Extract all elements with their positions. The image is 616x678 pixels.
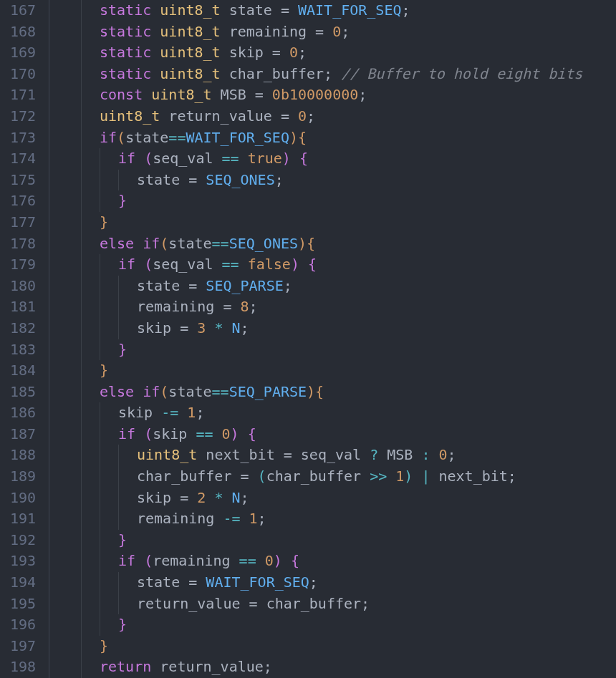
code-line[interactable]: } [62,190,582,212]
token-brkt2: ) [282,150,291,167]
line-number: 189 [7,466,36,488]
code-line[interactable]: static uint8_t skip = 0; [62,42,582,64]
code-line[interactable]: } [62,360,582,382]
code-line[interactable]: } [62,212,582,233]
code-line[interactable]: if (skip == 0) { [62,424,582,445]
token-brkt: ) [289,129,298,146]
token-txt: = [231,468,257,485]
code-line[interactable]: static uint8_t remaining = 0; [62,21,582,43]
token-brkt2: ( [144,150,153,167]
token-brkt: } [100,637,108,654]
code-editor[interactable]: 1671681691701711721731741751761771781791… [0,0,616,678]
code-line[interactable]: skip = 3 * N; [62,318,582,339]
token-cyan: | [421,468,430,485]
code-line[interactable]: else if(state==SEQ_ONES){ [62,233,582,255]
line-number: 195 [7,594,36,615]
token-txt: state [137,573,180,591]
line-number: 178 [7,233,36,255]
token-type: uint8_t [160,44,220,61]
token-num: 2 [197,489,206,506]
code-line[interactable]: if (seq_val == false) { [62,254,582,276]
code-line[interactable]: skip -= 1; [62,402,582,424]
line-number: 185 [7,382,36,403]
code-line[interactable]: if (remaining == 0) { [62,551,582,572]
token-brkt2: ( [144,256,153,273]
token-txt: char_buffer [266,468,361,485]
token-txt: = [307,23,332,40]
token-num: 0 [289,44,298,61]
token-cyan: == [212,235,229,252]
line-number: 174 [7,148,36,170]
token-txt: ; [264,658,272,675]
code-line[interactable]: uint8_t return_value = 0; [62,106,582,127]
token-txt: skip [118,404,153,421]
token-const: SEQ_PARSE [206,277,283,294]
code-line[interactable]: char_buffer = (char_buffer >> 1) | next_… [62,466,582,488]
token-cyan: == [222,150,239,167]
token-brkt2: } [118,531,127,548]
token-brkt2: ) [274,552,282,569]
code-line[interactable]: else if(state==SEQ_PARSE){ [62,382,582,403]
token-txt [214,510,223,527]
token-num: 0 [439,446,448,463]
token-txt [143,86,151,103]
token-kw: if [143,235,160,252]
code-area[interactable]: static uint8_t state = WAIT_FOR_SEQ;stat… [49,0,582,678]
token-txt [178,404,187,421]
code-line[interactable]: if (seq_val == true) { [62,148,582,170]
line-number: 196 [7,614,36,636]
token-txt: ; [309,573,318,591]
token-txt: remaining [137,510,214,527]
token-kw: const [100,86,143,103]
code-line[interactable]: } [62,530,582,551]
code-line[interactable]: return return_value; [62,657,582,678]
code-line[interactable]: } [62,339,582,361]
token-txt: = [264,44,289,61]
token-brkt2: { [248,425,256,442]
token-txt [160,107,168,125]
token-txt [135,425,144,442]
token-txt [213,150,221,167]
code-line[interactable]: remaining = 8; [62,296,582,318]
token-kw: if [118,150,135,167]
token-txt [206,319,214,336]
token-txt [361,468,370,485]
token-const: WAIT_FOR_SEQ [206,573,309,591]
code-line[interactable]: return_value = char_buffer; [62,594,582,615]
token-txt: ; [284,277,292,294]
line-number: 177 [7,212,36,233]
code-line[interactable]: } [62,636,582,657]
token-brkt3: ) [404,468,413,485]
token-txt: = [171,319,197,336]
code-line[interactable]: static uint8_t char_buffer; // Buffer to… [62,64,582,85]
token-cyan: * [214,489,223,506]
code-line[interactable]: } [62,614,582,636]
code-line[interactable]: static uint8_t state = WAIT_FOR_SEQ; [62,0,582,21]
token-txt [241,510,249,527]
code-line[interactable]: state = SEQ_ONES; [62,170,582,191]
token-txt [212,86,221,103]
line-number: 167 [7,0,36,21]
code-line[interactable]: state = WAIT_FOR_SEQ; [62,572,582,594]
token-num: 1 [249,510,258,527]
token-txt: return_value [168,107,272,125]
token-kw: return [100,658,151,675]
code-line[interactable]: const uint8_t MSB = 0b10000000; [62,84,582,106]
token-txt: remaining [229,23,307,40]
token-txt: state [168,235,211,252]
token-txt: char_buffer [229,65,324,82]
token-cyan: : [421,446,430,463]
code-line[interactable]: if(state==WAIT_FOR_SEQ){ [62,127,582,149]
token-brkt2: ) [291,256,299,273]
code-line[interactable]: uint8_t next_bit = seq_val ? MSB : 0; [62,445,582,466]
code-line[interactable]: state = SEQ_PARSE; [62,276,582,297]
token-const: N [231,489,240,506]
token-num: false [248,256,291,273]
token-cyan: -= [223,510,240,527]
code-line[interactable]: remaining -= 1; [62,508,582,530]
code-line[interactable]: skip = 2 * N; [62,488,582,509]
line-number: 183 [7,339,36,361]
token-num: 1 [187,404,196,421]
token-txt: seq_val [153,150,213,167]
token-txt [213,425,222,442]
